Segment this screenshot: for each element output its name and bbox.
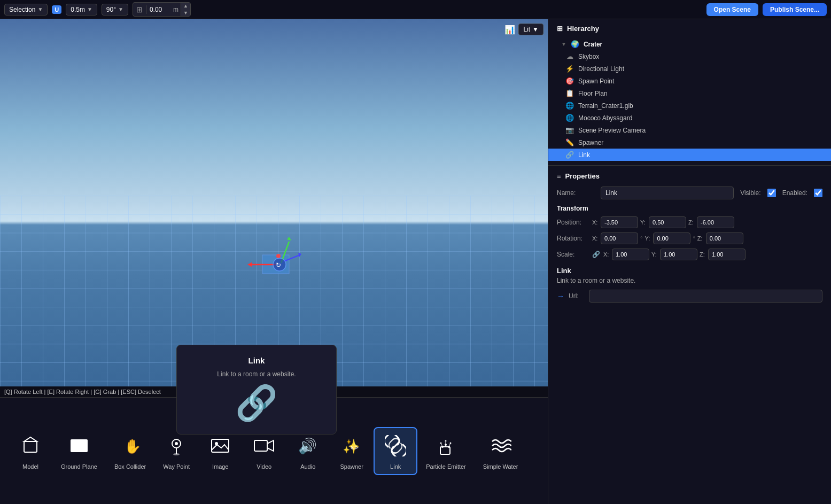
hierarchy-item-mococo[interactable]: 🌐 Mococo Abyssgard: [548, 112, 831, 124]
coord-input[interactable]: [146, 4, 173, 15]
link-popup-description: Link to a room or a website.: [217, 370, 296, 378]
hierarchy-label-floor-plan: Floor Plan: [578, 90, 608, 97]
asset-label-link: Link: [390, 463, 401, 470]
hierarchy-item-spawner[interactable]: ✏️ Spawner: [548, 136, 831, 149]
hierarchy-label-directional-light: Directional Light: [578, 65, 624, 73]
rot-y-input[interactable]: [653, 232, 690, 244]
model-icon: [17, 432, 44, 459]
open-scene-button[interactable]: Open Scene: [706, 3, 758, 16]
svg-rect-26: [440, 447, 450, 454]
distance-dropdown[interactable]: 0.5m ▼: [66, 4, 97, 15]
position-row: Position: X: Y: Z:: [557, 216, 822, 228]
right-panel: ⊞ Hierarchy ▼ 🌍 Crater ☁ Skybox ⚡: [548, 19, 831, 504]
directional-light-icon: ⚡: [565, 65, 574, 73]
enabled-label: Enabled:: [782, 189, 807, 197]
visible-label: Visible:: [740, 189, 760, 197]
hierarchy-item-skybox[interactable]: ☁ Skybox: [548, 50, 831, 63]
coord-up-btn[interactable]: ▲: [181, 3, 190, 10]
url-input[interactable]: [589, 290, 822, 303]
svg-rect-10: [24, 441, 37, 452]
hierarchy-item-terrain[interactable]: 🌐 Terrain_Crater1.glb: [548, 99, 831, 112]
link-popup: Link Link to a room or a website. 🔗: [176, 345, 337, 435]
asset-item-ground-plane[interactable]: Ground Plane: [52, 427, 106, 475]
svg-rect-12: [71, 439, 88, 452]
chevron-down-icon: ▼: [37, 6, 43, 12]
scale-link-icon: 🔗: [592, 251, 600, 258]
pos-y-input[interactable]: [649, 216, 686, 228]
asset-label-particle-emitter: Particle Emitter: [426, 463, 466, 470]
rot-z-input[interactable]: [706, 232, 743, 244]
top-bar: Selection ▼ U 0.5m ▼ 90° ▼ ⊞ m ▲ ▼ Open …: [0, 0, 831, 19]
coord-down-btn[interactable]: ▼: [181, 10, 190, 17]
asset-label-video: Video: [257, 463, 271, 470]
spawner-hier-icon: ✏️: [565, 138, 574, 146]
grid-icon: ⊞: [133, 5, 146, 14]
chevron-down-icon: ▼: [87, 6, 92, 12]
video-icon: [251, 432, 277, 459]
position-label: Position:: [557, 219, 589, 226]
enabled-checkbox[interactable]: [814, 189, 822, 197]
selection-label: Selection: [9, 6, 35, 13]
link-hier-icon: 🔗: [565, 151, 574, 159]
url-row: → Url:: [557, 290, 822, 303]
hierarchy-item-spawn-point[interactable]: 🎯 Spawn Point: [548, 75, 831, 87]
asset-item-simple-water[interactable]: Simple Water: [475, 427, 527, 475]
publish-scene-button[interactable]: Publish Scene...: [763, 3, 827, 16]
u-badge: U: [52, 5, 61, 14]
selection-dropdown[interactable]: Selection ▼: [4, 4, 48, 15]
visible-checkbox[interactable]: [767, 189, 776, 197]
viewport-area: 📊 Lit ▼: [0, 19, 548, 504]
svg-text:↻: ↻: [276, 261, 281, 269]
url-label: Url:: [569, 292, 585, 300]
stats-icon[interactable]: 📊: [504, 25, 515, 35]
scale-xyz: 🔗 X: Y: Z:: [592, 249, 822, 260]
lit-dropdown[interactable]: Lit ▼: [518, 24, 543, 35]
hierarchy-item-directional-light[interactable]: ⚡ Directional Light: [548, 63, 831, 75]
link-icon: [382, 432, 409, 459]
hierarchy-item-crater[interactable]: ▼ 🌍 Crater: [548, 38, 831, 50]
asset-item-particle-emitter[interactable]: Particle Emitter: [417, 427, 475, 475]
hierarchy-item-scene-camera[interactable]: 📷 Scene Preview Camera: [548, 124, 831, 136]
pos-x-input[interactable]: [601, 216, 638, 228]
transform-gizmo[interactable]: ↻: [246, 234, 310, 276]
image-icon: [207, 432, 234, 459]
viewport-canvas[interactable]: 📊 Lit ▼: [0, 19, 548, 386]
asset-item-model[interactable]: Model: [9, 427, 52, 475]
asset-item-link[interactable]: Link: [374, 427, 417, 475]
asset-label-ground-plane: Ground Plane: [61, 463, 97, 470]
floor-plan-icon: 📋: [565, 89, 574, 97]
asset-item-spawner[interactable]: ✨ ✏ Spawner: [330, 427, 374, 475]
box-collider-icon: ✋: [117, 432, 144, 459]
scale-z-input[interactable]: [708, 249, 745, 260]
url-arrow-icon: →: [557, 292, 564, 300]
svg-text:✏: ✏: [351, 443, 359, 453]
svg-point-15: [175, 442, 178, 445]
svg-text:🔊: 🔊: [298, 437, 317, 455]
hierarchy-label-mococo: Mococo Abyssgard: [578, 114, 632, 122]
top-bar-right: Open Scene Publish Scene...: [706, 3, 827, 16]
asset-item-box-collider[interactable]: ✋ Box Collider: [106, 427, 154, 475]
svg-line-24: [392, 443, 399, 449]
asset-panel: Link Link to a room or a website. 🔗 Mode…: [0, 397, 548, 504]
name-input[interactable]: [601, 187, 734, 199]
scale-x-input[interactable]: [612, 249, 649, 260]
chevron-down-icon: ▼: [532, 26, 539, 33]
asset-label-model: Model: [22, 463, 38, 470]
viewport-hints-text: [Q] Rotate Left | [E] Rotate Right | [G]…: [4, 389, 161, 395]
svg-text:✋: ✋: [124, 438, 141, 455]
hierarchy-title: Hierarchy: [567, 25, 599, 33]
asset-label-box-collider: Box Collider: [114, 463, 146, 470]
link-prop-section-title: Link: [557, 267, 822, 275]
asset-label-image: Image: [212, 463, 229, 470]
simple-water-icon: [487, 432, 514, 459]
angle-dropdown[interactable]: 90° ▼: [102, 4, 128, 15]
way-point-icon: [163, 432, 190, 459]
rot-x-input[interactable]: [601, 232, 638, 244]
svg-point-32: [445, 440, 447, 441]
scale-y-input[interactable]: [660, 249, 697, 260]
pos-z-input[interactable]: [697, 216, 734, 228]
properties-header: ≡ Properties: [557, 172, 822, 180]
hierarchy-item-link[interactable]: 🔗 Link: [548, 149, 831, 161]
audio-icon: 🔊: [294, 432, 321, 459]
hierarchy-item-floor-plan[interactable]: 📋 Floor Plan: [548, 87, 831, 99]
